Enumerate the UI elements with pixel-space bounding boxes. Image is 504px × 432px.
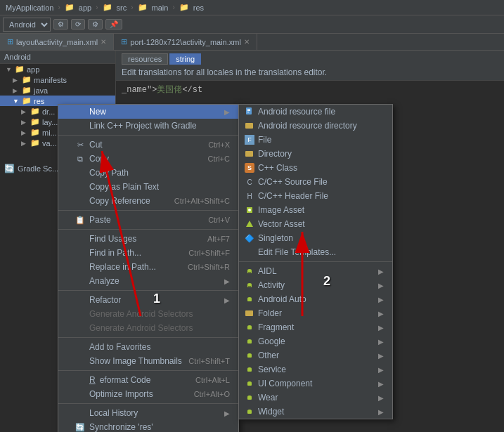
submenu-label-image-asset: Image Asset: [258, 205, 304, 215]
menu-item-refactor[interactable]: Refactor ▶: [58, 293, 238, 307]
ui-component-arrow: ▶: [378, 380, 384, 388]
submenu-fragment[interactable]: Fragment ▶: [239, 320, 392, 334]
menu-item-local-history[interactable]: Local History ▶: [58, 406, 238, 420]
file-icon: F: [245, 135, 254, 145]
arrow-app: ▼: [6, 66, 13, 73]
submenu-service[interactable]: Service ▶: [239, 362, 392, 377]
sidebar-item-app[interactable]: ▼ 📁 app: [0, 64, 115, 74]
menu-label-sync: Synchronize 'res': [89, 422, 153, 432]
submenu-label-android-res-file: Android resource file: [258, 107, 335, 117]
submenu-aidl[interactable]: AIDL ▶: [239, 264, 392, 278]
tab-string[interactable]: string: [169, 53, 201, 65]
submenu-edit-templates[interactable]: Edit File Templates...: [239, 245, 392, 259]
activity-icon: [245, 280, 254, 290]
folder-icon-main: 📁: [138, 3, 148, 12]
cpp-class-icon: S: [245, 163, 254, 173]
folder-arrow: ▶: [378, 310, 384, 318]
menu-label-analyze: Analyze: [89, 276, 119, 286]
submenu-folder[interactable]: Folder ▶: [239, 306, 392, 320]
folder-icon-mi: 📁: [30, 128, 40, 137]
folder-icon-src: 📁: [103, 3, 112, 12]
menu-item-link-cpp[interactable]: Link C++ Project with Gradle: [58, 119, 238, 133]
menu-label-link-cpp: Link C++ Project with Gradle: [89, 121, 197, 131]
sidebar-item-java[interactable]: ▶ 📁 java: [0, 85, 115, 96]
gradle-sync-icon: 🔄: [4, 164, 15, 174]
arrow-manifests: ▶: [13, 77, 20, 84]
menu-item-new[interactable]: New ▶: [58, 105, 238, 119]
arrow-java: ▶: [13, 87, 20, 94]
arrow-dr: ▶: [21, 108, 28, 115]
submenu-android-res-dir[interactable]: Android resource directory: [239, 119, 392, 133]
cpp-header-icon: H: [245, 191, 254, 201]
menu-label-copy-ref: Copy Reference: [89, 196, 150, 206]
submenu-cpp-header[interactable]: H C/C++ Header File: [239, 189, 392, 203]
submenu-singleton[interactable]: 🔷 Singleton: [239, 231, 392, 245]
google-icon: [245, 336, 254, 346]
tab-layout-xml[interactable]: ⊞ layout\activity_main.xml ✕: [0, 34, 114, 50]
tab-layout-close[interactable]: ✕: [101, 38, 106, 46]
copy-ref-shortcut: Ctrl+Alt+Shift+C: [174, 197, 230, 205]
submenu-widget[interactable]: Widget ▶: [239, 405, 392, 419]
submenu-cpp-class[interactable]: S C++ Class: [239, 161, 392, 175]
settings-btn[interactable]: ⚙: [53, 19, 68, 30]
android-dropdown[interactable]: Android: [3, 18, 51, 32]
menu-item-find-usages[interactable]: Find Usages Alt+F7: [58, 232, 238, 246]
sidebar-header: Android: [0, 51, 115, 64]
svg-rect-18: [245, 310, 253, 316]
submenu-ui-component[interactable]: UI Component ▶: [239, 377, 392, 391]
svg-rect-22: [247, 341, 252, 343]
submenu-android-res-file[interactable]: Android resource file: [239, 105, 392, 119]
submenu-android-auto[interactable]: Android Auto ▶: [239, 292, 392, 306]
submenu-directory[interactable]: Directory: [239, 147, 392, 161]
submenu-google[interactable]: Google ▶: [239, 334, 392, 348]
folder-icon-app: 📁: [65, 3, 75, 12]
service-icon: [245, 365, 254, 374]
google-arrow: ▶: [378, 338, 384, 346]
menu-item-optimize[interactable]: Optimize Imports Ctrl+Alt+O: [58, 387, 238, 401]
badge-number-1: 1: [153, 292, 160, 306]
gear-btn[interactable]: ⚙: [88, 19, 103, 30]
menu-item-copy-path[interactable]: Copy Path: [58, 166, 238, 180]
sidebar-item-manifests[interactable]: ▶ 📁 manifests: [0, 74, 115, 85]
submenu-cpp-source[interactable]: C C/C++ Source File: [239, 175, 392, 189]
code-attr-name: _name">: [122, 85, 157, 95]
menu-item-add-favorites[interactable]: Add to Favorites: [58, 340, 238, 354]
other-icon: [245, 351, 254, 360]
fragment-arrow: ▶: [378, 324, 384, 332]
breadcrumb-app: app: [79, 4, 91, 12]
submenu-arrow-history: ▶: [224, 410, 230, 417]
menu-item-copy-ref[interactable]: Copy Reference Ctrl+Alt+Shift+C: [58, 194, 238, 208]
submenu-label-activity: Activity: [258, 280, 285, 290]
paste-icon: 📋: [75, 216, 85, 225]
tab-port-close[interactable]: ✕: [244, 38, 250, 46]
menu-item-sync[interactable]: 🔄 Synchronize 'res': [58, 420, 238, 432]
sync-btn[interactable]: ⟳: [71, 19, 85, 30]
android-res-file-icon: [245, 107, 254, 117]
menu-item-copy-plain[interactable]: Copy as Plain Text: [58, 180, 238, 194]
copy-shortcut: Ctrl+C: [208, 155, 230, 163]
submenu-vector-asset[interactable]: Vector Asset: [239, 217, 392, 231]
submenu-image-asset[interactable]: Image Asset: [239, 203, 392, 217]
menu-item-copy[interactable]: ⧉ Copy Ctrl+C: [58, 152, 238, 166]
svg-rect-11: [250, 272, 251, 273]
find-path-shortcut: Ctrl+Shift+F: [188, 249, 230, 257]
menu-item-cut[interactable]: ✂ Cut Ctrl+X: [58, 138, 238, 152]
sep-3: [58, 229, 238, 230]
arrow-lay: ▶: [21, 119, 28, 126]
menu-item-replace-path[interactable]: Replace in Path... Ctrl+Shift+R: [58, 260, 238, 274]
submenu-other[interactable]: Other ▶: [239, 348, 392, 362]
item-label-mi: mi...: [42, 129, 57, 137]
pin-btn[interactable]: 📌: [105, 19, 122, 30]
menu-item-paste[interactable]: 📋 Paste Ctrl+V: [58, 213, 238, 227]
menu-item-reformat[interactable]: Reformat Code Ctrl+Alt+L: [58, 373, 238, 387]
submenu-wear[interactable]: Wear ▶: [239, 391, 392, 405]
submenu-activity[interactable]: Activity ▶: [239, 278, 392, 292]
tab-resources[interactable]: resources: [122, 53, 168, 65]
item-label-lay: lay...: [42, 118, 58, 126]
menu-item-show-thumbnails[interactable]: Show Image Thumbnails Ctrl+Shift+T: [58, 354, 238, 368]
menu-item-find-path[interactable]: Find in Path... Ctrl+Shift+F: [58, 246, 238, 260]
menu-item-analyze[interactable]: Analyze ▶: [58, 274, 238, 288]
submenu-file[interactable]: F File: [239, 133, 392, 147]
cut-shortcut: Ctrl+X: [208, 140, 230, 149]
tab-port-xml[interactable]: ⊞ port-1280x712\activity_main.xml ✕: [114, 34, 257, 50]
